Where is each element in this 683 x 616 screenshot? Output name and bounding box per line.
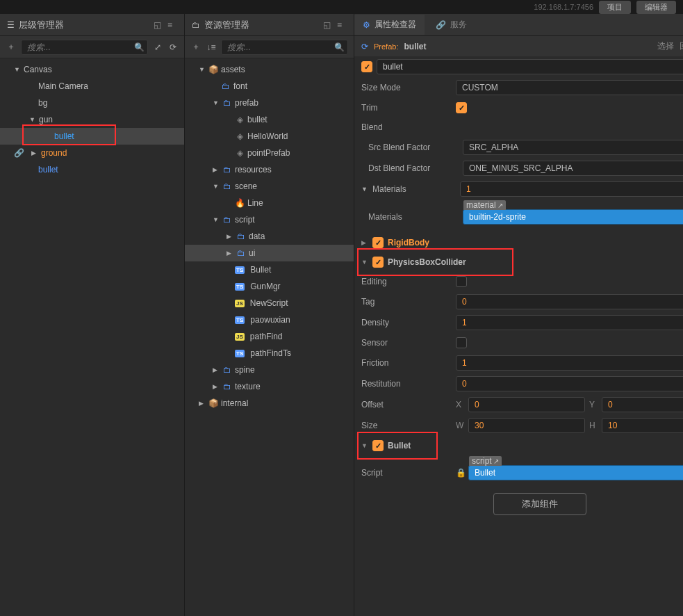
- hierarchy-title: 层级管理器: [19, 19, 149, 31]
- folder-icon: 🗀: [222, 181, 232, 191]
- node-main-camera[interactable]: Main Camera: [0, 78, 184, 95]
- hierarchy-search-input[interactable]: [21, 40, 148, 55]
- asset-assets[interactable]: ▼📦assets: [185, 61, 354, 78]
- add-component-button[interactable]: 添加组件: [493, 493, 586, 515]
- node-enabled-checkbox[interactable]: [361, 61, 372, 72]
- expand-icon[interactable]: ⤢: [152, 42, 163, 53]
- menu-icon[interactable]: ≡: [337, 20, 347, 30]
- add-icon[interactable]: ＋: [190, 42, 201, 53]
- popout-icon[interactable]: ◱: [323, 20, 333, 30]
- prefab-icon: ◈: [235, 131, 245, 141]
- asset-resources[interactable]: ▶🗀resources: [185, 161, 354, 178]
- refresh-icon[interactable]: ⟳: [361, 42, 368, 51]
- bullet-enabled-checkbox[interactable]: [372, 440, 384, 451]
- package-icon: 📦: [208, 65, 218, 74]
- size-mode-select[interactable]: CUSTOM▼: [456, 80, 683, 95]
- scene-icon: 🔥: [235, 198, 245, 208]
- asset-scene-line[interactable]: 🔥Line: [185, 195, 354, 211]
- menu-icon[interactable]: ≡: [167, 20, 177, 30]
- node-ground[interactable]: 🔗▶ground: [0, 145, 184, 161]
- tab-services[interactable]: 🔗服务: [427, 15, 475, 35]
- asset-pathfind[interactable]: JSpathFind: [185, 328, 354, 345]
- trim-checkbox[interactable]: [456, 102, 467, 113]
- link-icon: 🔗: [14, 148, 24, 158]
- sort-icon[interactable]: ↓≡: [206, 42, 217, 53]
- script-field[interactable]: script ↗ Bullet: [468, 465, 683, 480]
- prefab-bar: ⟳ Prefab: bullet 选择 回退 保存: [354, 36, 683, 56]
- editor-button[interactable]: 编辑器: [636, 1, 676, 14]
- dst-blend-select[interactable]: ONE_MINUS_SRC_ALPHA▼: [463, 161, 683, 176]
- prefab-select[interactable]: 选择: [657, 40, 674, 52]
- dst-blend-label: Dst Blend Factor: [368, 163, 459, 173]
- prefab-rollback[interactable]: 回退: [680, 40, 683, 52]
- asset-spine[interactable]: ▶🗀spine: [185, 362, 354, 378]
- search-icon: 🔍: [134, 42, 145, 52]
- tab-inspector[interactable]: ⚙属性检查器: [354, 15, 425, 35]
- js-icon: JS: [235, 300, 245, 307]
- folder-icon: 🗀: [221, 81, 231, 91]
- script-label: Script: [361, 468, 452, 478]
- src-blend-select[interactable]: SRC_ALPHA▼: [463, 140, 683, 155]
- rigidbody-header[interactable]: ▶ RigidBody ⚙: [354, 233, 683, 252]
- materials-count-input[interactable]: [460, 181, 683, 197]
- gear-icon: ⚙: [363, 20, 370, 30]
- editing-checkbox[interactable]: [456, 276, 467, 287]
- project-button[interactable]: 项目: [599, 1, 631, 14]
- node-bg[interactable]: bg: [0, 95, 184, 111]
- materials-label: Materials: [372, 184, 456, 194]
- asset-ui[interactable]: ▶🗀ui: [185, 245, 354, 261]
- ip-text: 192.168.1.7:7456: [534, 3, 593, 11]
- offset-y-input[interactable]: [602, 397, 683, 412]
- asset-prefab[interactable]: ▼🗀prefab: [185, 95, 354, 111]
- node-canvas[interactable]: ▼Canvas: [0, 61, 184, 78]
- asset-bullet-ts[interactable]: TSBullet: [185, 261, 354, 278]
- density-label: Density: [361, 318, 452, 327]
- folder-icon: 🗀: [192, 20, 200, 30]
- inspector-panel: ⚙属性检查器 🔗服务 ⟳ Prefab: bullet 选择 回退 保存 3D …: [354, 14, 683, 616]
- offset-x-input[interactable]: [468, 397, 585, 412]
- hierarchy-icon: ☰: [7, 20, 15, 30]
- physicsboxcollider-header[interactable]: ▼ PhysicsBoxCollider ⚙: [354, 252, 683, 272]
- sensor-checkbox[interactable]: [456, 337, 467, 348]
- asset-texture[interactable]: ▶🗀texture: [185, 378, 354, 395]
- asset-prefab-hello[interactable]: ◈HelloWorld: [185, 128, 354, 145]
- node-bullet-selected[interactable]: bullet: [0, 128, 184, 145]
- size-w-input[interactable]: [468, 418, 585, 433]
- asset-scene[interactable]: ▼🗀scene: [185, 178, 354, 195]
- restitution-label: Restitution: [361, 379, 452, 389]
- material-field[interactable]: material ↗ builtin-2d-sprite: [463, 209, 683, 225]
- asset-prefab-point[interactable]: ◈pointPrefab: [185, 145, 354, 161]
- friction-input[interactable]: [456, 355, 683, 371]
- node-gun[interactable]: ▼gun: [0, 111, 184, 128]
- assets-title: 资源管理器: [204, 19, 319, 31]
- restitution-input[interactable]: [456, 376, 683, 391]
- physbox-enabled-checkbox[interactable]: [372, 257, 384, 268]
- asset-internal[interactable]: ▶📦internal: [185, 395, 354, 412]
- add-icon[interactable]: ＋: [6, 42, 17, 53]
- node-name-input[interactable]: [377, 59, 683, 74]
- link-icon: 🔗: [436, 20, 446, 30]
- node-bullet2[interactable]: bullet: [0, 161, 184, 178]
- bullet-component-header[interactable]: ▼ Bullet ⚙: [354, 436, 683, 455]
- asset-script[interactable]: ▼🗀script: [185, 211, 354, 228]
- asset-data[interactable]: ▶🗀data: [185, 228, 354, 245]
- folder-icon: 🗀: [222, 98, 232, 108]
- asset-font[interactable]: 🗀font: [185, 78, 354, 95]
- size-h-input[interactable]: [602, 418, 683, 433]
- folder-icon: 🗀: [236, 232, 246, 241]
- refresh-icon[interactable]: ⟳: [167, 42, 179, 53]
- asset-pathfindts[interactable]: TSpathFindTs: [185, 345, 354, 362]
- ts-icon: TS: [235, 350, 245, 357]
- tag-input[interactable]: [456, 294, 683, 309]
- popout-icon[interactable]: ◱: [154, 20, 163, 30]
- density-input[interactable]: [456, 315, 683, 330]
- hierarchy-panel: ☰ 层级管理器 ◱ ≡ ＋ 🔍 ⤢ ⟳ ▼Canvas Main Camera …: [0, 14, 185, 616]
- materials-item-label: Materials: [368, 212, 459, 222]
- asset-gunmgr[interactable]: TSGunMgr: [185, 278, 354, 295]
- assets-search-input[interactable]: [221, 40, 348, 55]
- rigidbody-enabled-checkbox[interactable]: [372, 237, 384, 248]
- folder-icon: 🗀: [222, 165, 232, 175]
- asset-paowuxian[interactable]: TSpaowuxian: [185, 311, 354, 328]
- asset-newscript[interactable]: JSNewScript: [185, 295, 354, 311]
- asset-prefab-bullet[interactable]: ◈bullet: [185, 111, 354, 128]
